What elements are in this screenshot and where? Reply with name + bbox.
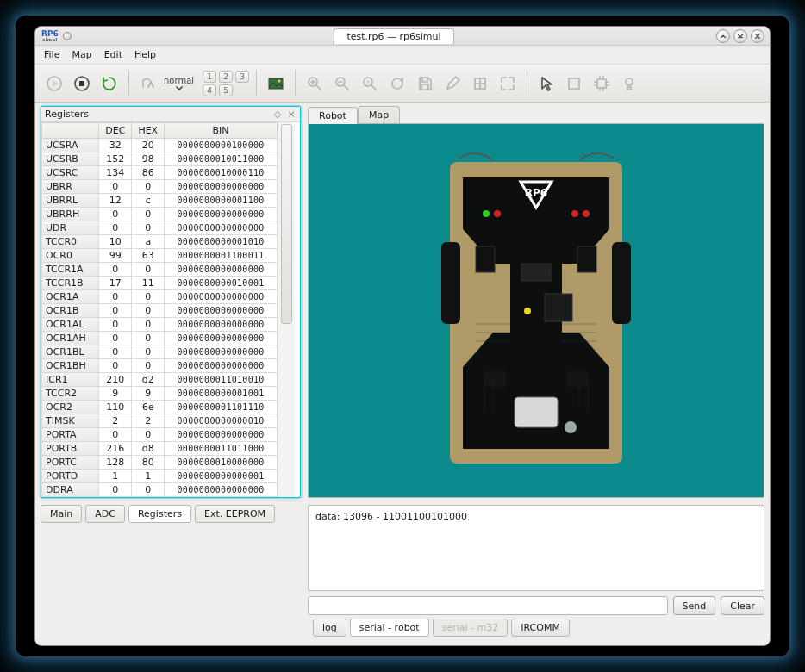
col-bin[interactable]: BIN [165, 123, 278, 139]
left-tab-main[interactable]: Main [41, 505, 82, 523]
panel-detach-icon[interactable]: ◇ [272, 109, 283, 120]
menu-map[interactable]: Map [72, 49, 91, 60]
stop-button[interactable] [70, 72, 94, 96]
tab-robot[interactable]: Robot [308, 107, 358, 124]
expand-icon[interactable] [496, 72, 520, 96]
svg-rect-3 [269, 78, 283, 89]
table-row[interactable]: TCCR010a0000000000001010 [42, 235, 278, 249]
table-row[interactable]: OCR1BH000000000000000000 [42, 359, 278, 373]
table-row[interactable]: TCCR2990000000000001001 [42, 387, 278, 401]
image-icon[interactable] [264, 72, 288, 96]
svg-rect-14 [441, 242, 460, 324]
svg-rect-15 [612, 242, 631, 324]
robot-board-image: RP6 [433, 152, 640, 470]
registers-table: DEC HEX BIN UCSRA32200000000000100000UCS… [41, 122, 278, 497]
panel-title: Registers [45, 109, 89, 120]
table-scrollbar[interactable] [278, 122, 295, 497]
table-row[interactable]: TCCR1A000000000000000000 [42, 263, 278, 277]
table-row[interactable]: OCR099630000000001100011 [42, 249, 278, 263]
svg-text:RP6: RP6 [525, 187, 547, 199]
play-button[interactable] [42, 72, 66, 96]
app-icon: RP6 simul [41, 28, 59, 44]
edit-icon[interactable] [440, 72, 465, 96]
table-row[interactable]: PORTB216d80000000011011000 [42, 442, 278, 456]
right-tab-log[interactable]: log [313, 619, 346, 637]
save-icon[interactable] [413, 72, 437, 96]
table-row[interactable]: TCCR1B17110000000000010001 [42, 277, 278, 290]
table-row[interactable]: OCR1A000000000000000000 [42, 290, 278, 304]
right-tab-serial-robot[interactable]: serial - robot [350, 619, 429, 637]
table-row[interactable]: UCSRB152980000000010011000 [42, 152, 278, 166]
right-tab-serial-m32: serial - m32 [433, 619, 509, 637]
serial-output[interactable]: data: 13096 - 11001100101000 [308, 505, 764, 591]
table-row[interactable]: OCR1BL000000000000000000 [42, 345, 278, 359]
col-name[interactable] [42, 123, 99, 139]
zoom-fit-icon[interactable] [358, 72, 382, 96]
scale-selector[interactable]: normal [164, 76, 194, 90]
table-row[interactable]: TIMSK220000000000000010 [42, 414, 278, 428]
table-row[interactable]: PORTC128800000000010000000 [42, 456, 278, 470]
col-hex[interactable]: HEX [132, 123, 165, 139]
square-icon[interactable] [562, 72, 586, 96]
preset-1-button[interactable]: 1 [203, 71, 216, 83]
table-row[interactable]: UBRRH000000000000000000 [42, 208, 278, 221]
table-row[interactable]: OCR1AH000000000000000000 [42, 332, 278, 345]
svg-point-17 [483, 210, 490, 217]
window-menu-icon[interactable] [63, 32, 72, 40]
zoom-out-icon[interactable] [330, 72, 354, 96]
table-row[interactable]: UBRR000000000000000000 [42, 180, 278, 194]
table-row[interactable]: OCR1B000000000000000000 [42, 304, 278, 318]
svg-rect-28 [566, 371, 588, 387]
table-row[interactable]: UCSRC134860000000010000110 [42, 166, 278, 180]
table-row[interactable]: PORTA000000000000000000 [42, 428, 278, 442]
col-dec[interactable]: DEC [99, 123, 132, 139]
table-row[interactable]: OCR21106e0000000001101110 [42, 401, 278, 414]
svg-point-12 [626, 78, 633, 85]
serial-input[interactable] [308, 596, 668, 615]
svg-point-8 [367, 80, 370, 83]
reload-button[interactable] [97, 72, 122, 96]
preset-3-button[interactable]: 3 [235, 71, 249, 83]
menu-help[interactable]: Help [134, 49, 156, 60]
robot-view[interactable]: RP6 [308, 123, 764, 498]
tab-map[interactable]: Map [358, 106, 400, 123]
svg-rect-11 [597, 79, 606, 88]
table-row[interactable]: OCR1AL000000000000000000 [42, 318, 278, 332]
left-tab-ext-eeprom[interactable]: Ext. EEPROM [195, 505, 275, 523]
table-row[interactable]: UDR000000000000000000 [42, 221, 278, 235]
light-icon[interactable] [617, 72, 641, 96]
right-tab-ircomm[interactable]: IRCOMM [511, 619, 570, 637]
svg-point-29 [565, 421, 577, 433]
left-tab-registers[interactable]: Registers [128, 505, 191, 523]
send-button[interactable]: Send [673, 596, 716, 615]
preset-4-button[interactable]: 4 [203, 84, 216, 96]
svg-rect-25 [577, 246, 596, 272]
preset-2-button[interactable]: 2 [219, 71, 233, 83]
clear-button[interactable]: Clear [721, 596, 764, 615]
table-row[interactable]: UBRRL12c0000000000001100 [42, 194, 278, 208]
table-row[interactable]: UCSRA32200000000000100000 [42, 139, 278, 152]
menu-file[interactable]: File [44, 49, 59, 60]
left-tab-adc[interactable]: ADC [85, 505, 125, 523]
toolbar: normal 1 2 3 4 5 [35, 65, 770, 103]
table-row[interactable]: ICR1210d20000000011010010 [42, 373, 278, 387]
panel-close-icon[interactable]: × [286, 109, 296, 120]
right-tabs: RobotMap [308, 106, 764, 123]
svg-rect-26 [515, 397, 558, 427]
table-row[interactable]: PORTD110000000000000001 [42, 470, 278, 483]
preset-5-button[interactable]: 5 [219, 84, 233, 96]
chip-icon[interactable] [590, 72, 614, 96]
pointer-icon[interactable] [534, 72, 559, 96]
registers-panel: Registers ◇ × DEC HEX [41, 106, 301, 498]
table-row[interactable]: DDRA000000000000000000 [42, 483, 278, 497]
menu-edit[interactable]: Edit [104, 49, 122, 60]
serial-line: data: 13096 - 11001100101000 [315, 511, 757, 522]
grid-icon[interactable] [468, 72, 492, 96]
svg-point-18 [494, 210, 501, 217]
rotate-icon[interactable] [385, 72, 409, 96]
zoom-in-icon[interactable] [303, 72, 327, 96]
maximize-button[interactable] [733, 29, 747, 43]
step-icon[interactable] [136, 72, 160, 96]
close-button[interactable] [751, 29, 764, 43]
minimize-button[interactable] [716, 29, 730, 43]
